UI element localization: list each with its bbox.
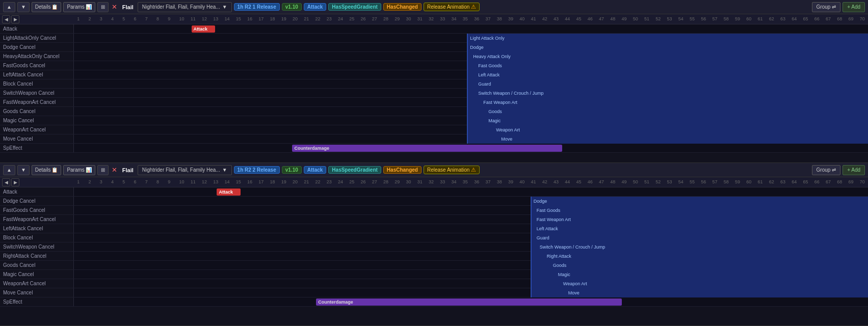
frame-num-41: 41 — [531, 179, 536, 184]
anim-badge-2[interactable]: Release Animation ⚠ — [424, 166, 480, 174]
next-btn-2[interactable]: ▶ — [11, 178, 19, 186]
frame-num-37: 37 — [485, 179, 490, 184]
params-btn-1[interactable]: Params 📊 — [63, 2, 95, 12]
left-attack-block-2[interactable]: Left Attack — [531, 224, 868, 233]
weapon-full-name-1: Nightrider Flail, Flail, Family Hea... — [142, 4, 220, 10]
right-attack-block-2[interactable]: Right Attack — [531, 252, 868, 261]
next-btn-1[interactable]: ▶ — [11, 15, 19, 23]
close-btn-1[interactable]: ✕ — [111, 3, 118, 11]
fast-weapon-art-block-2[interactable]: Fast Weapon Art — [531, 215, 868, 224]
details-btn-1[interactable]: Details 📋 — [32, 2, 62, 12]
guard-block-1[interactable]: Guard — [467, 79, 868, 89]
frame-num-52: 52 — [655, 16, 661, 21]
fast-goods-block-2[interactable]: Fast Goods — [531, 206, 868, 215]
collapse-up-btn-1[interactable]: ▲ — [3, 2, 15, 12]
frame-num-43: 43 — [554, 179, 559, 184]
frame-num-49: 49 — [621, 16, 626, 21]
frame-num-30: 30 — [406, 179, 411, 184]
grid-btn-1[interactable]: ⊞ — [97, 2, 109, 12]
collapse-down-btn-2[interactable]: ▼ — [17, 165, 30, 175]
frame-num-18: 18 — [270, 179, 275, 184]
dodge-block-2[interactable]: Dodge — [531, 197, 868, 206]
frame-num-5: 5 — [122, 179, 125, 184]
speed-badge-2[interactable]: HasSpeedGradient — [328, 166, 381, 174]
frame-num-57: 57 — [713, 179, 718, 184]
light-attack-block[interactable]: Light Attack Only — [467, 34, 868, 43]
frame-num-58: 58 — [724, 16, 729, 21]
list-item: LeftAttack Cancel — [0, 224, 74, 233]
attack-badge-1[interactable]: Attack — [304, 3, 327, 11]
group-btn-1[interactable]: Group ⇌ — [812, 2, 841, 12]
list-item: SwitchWeapon Cancel — [0, 89, 74, 98]
group-btn-2[interactable]: Group ⇌ — [812, 165, 841, 175]
nav-arrows-1: ◀ ▶ — [0, 15, 21, 23]
goods-block-2[interactable]: Goods — [531, 261, 868, 270]
collapse-up-btn-2[interactable]: ▲ — [3, 165, 15, 175]
switch-weapon-block-2[interactable]: Switch Weapon / Crouch / Jump — [531, 242, 868, 252]
switch-weapon-block-1[interactable]: Switch Weapon / Crouch / Jump — [467, 89, 868, 98]
frame-num-8: 8 — [156, 179, 159, 184]
weapon-dropdown-2[interactable]: Nightrider Flail, Flail, Family Hea... ▼ — [138, 165, 232, 175]
counterdamage-bar-2[interactable]: Counterdamage — [316, 298, 622, 306]
track-row: Move — [74, 134, 868, 144]
details-icon-1: 📋 — [51, 4, 58, 10]
frame-num-9: 9 — [168, 179, 170, 184]
frame-num-10: 10 — [179, 179, 184, 184]
frame-num-40: 40 — [519, 16, 524, 21]
frame-num-23: 23 — [327, 179, 332, 184]
frame-num-3: 3 — [100, 16, 102, 21]
prev-btn-2[interactable]: ◀ — [2, 178, 10, 186]
weapon-dropdown-1[interactable]: Nightrider Flail, Flail, Family Hea... ▼ — [138, 2, 232, 12]
frame-num-19: 19 — [281, 179, 286, 184]
magic-block-1[interactable]: Magic — [467, 116, 868, 125]
speed-badge-1[interactable]: HasSpeedGradient — [328, 3, 381, 11]
frame-num-18: 18 — [270, 16, 275, 21]
move-block-2[interactable]: Move — [531, 288, 868, 297]
frame-num-47: 47 — [599, 16, 604, 21]
frame-num-66: 66 — [814, 179, 820, 184]
fast-goods-block-1[interactable]: Fast Goods — [467, 61, 868, 70]
move-block-1[interactable]: Move — [467, 134, 868, 144]
attack-bar-1[interactable]: Attack — [192, 25, 216, 33]
params-btn-2[interactable]: Params 📊 — [63, 165, 95, 175]
changed-badge-2[interactable]: HasChanged — [383, 166, 422, 174]
timeline-tracks-2: 1234567891011121314151617181920212223242… — [74, 177, 868, 325]
counterdamage-bar-1[interactable]: Counterdamage — [292, 145, 562, 152]
list-item: Goods Cancel — [0, 261, 74, 270]
version-badge-1: v1.10 — [282, 3, 302, 11]
guard-block-2[interactable]: Guard — [531, 233, 868, 242]
weapon-art-block-2[interactable]: Weapon Art — [531, 279, 868, 288]
heavy-attack-block[interactable]: Heavy Attack Only — [467, 52, 868, 61]
frame-num-22: 22 — [315, 16, 321, 21]
frame-num-25: 25 — [349, 16, 354, 21]
frame-num-37: 37 — [485, 16, 490, 21]
attack-badge-2[interactable]: Attack — [304, 166, 327, 174]
frame-num-59: 59 — [735, 179, 740, 184]
goods-block-1[interactable]: Goods — [467, 107, 868, 116]
attack-bar-2[interactable]: Attack — [217, 188, 241, 196]
params-icon-2: 📊 — [86, 167, 92, 173]
magic-block-2[interactable]: Magic — [531, 270, 868, 279]
prev-btn-1[interactable]: ◀ — [2, 15, 10, 23]
frame-num-35: 35 — [463, 16, 468, 21]
close-btn-2[interactable]: ✕ — [111, 166, 118, 174]
grid-btn-2[interactable]: ⊞ — [97, 165, 109, 175]
left-attack-block-1[interactable]: Left Attack — [467, 70, 868, 79]
list-item: Move Cancel — [0, 134, 74, 144]
frame-num-60: 60 — [746, 16, 751, 21]
frame-num-52: 52 — [655, 179, 661, 184]
dodge-block-1[interactable]: Dodge — [467, 43, 868, 52]
details-btn-2[interactable]: Details 📋 — [32, 165, 62, 175]
track-row: Left Attack — [74, 70, 868, 79]
weapon-art-block-1[interactable]: Weapon Art — [467, 125, 868, 134]
anim-badge-1[interactable]: Release Animation ⚠ — [424, 3, 480, 11]
frame-num-21: 21 — [304, 16, 309, 21]
release-label-2: 1h R2 2 Release — [234, 166, 280, 174]
frame-num-44: 44 — [565, 16, 570, 21]
frame-num-1: 1 — [77, 179, 80, 184]
add-btn-1[interactable]: + Add — [843, 2, 865, 12]
fast-weapon-art-block-1[interactable]: Fast Weapon Art — [467, 98, 868, 107]
collapse-down-btn-1[interactable]: ▼ — [17, 2, 30, 12]
add-btn-2[interactable]: + Add — [843, 165, 865, 175]
changed-badge-1[interactable]: HasChanged — [383, 3, 422, 11]
